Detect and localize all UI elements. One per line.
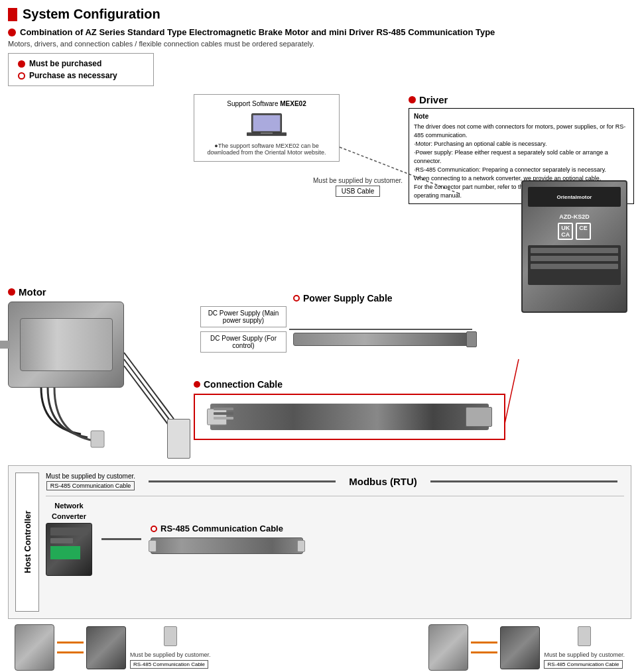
legend-filled-bullet xyxy=(18,60,25,68)
bottom-right-adapter xyxy=(428,624,468,671)
modbus-title: Modbus (RTU) xyxy=(349,476,417,487)
host-content: Must be supplied by customer. RS-485 Com… xyxy=(46,473,624,612)
network-converter-label2: Converter xyxy=(46,512,92,520)
driver-label: Driver xyxy=(419,94,448,105)
power-supply-cable-row: Power Supply Cable xyxy=(293,293,393,304)
usb-cable-label: USB Cable xyxy=(336,186,380,197)
svg-rect-10 xyxy=(91,431,104,447)
bottom-left-device xyxy=(86,626,126,669)
connector-strip-2 xyxy=(531,256,618,261)
bottom-right-unit: Must be supplied by customer. RS-485 Com… xyxy=(428,624,625,671)
svg-line-5 xyxy=(124,366,174,432)
conn-cable-label: Connection Cable xyxy=(204,379,283,390)
bottom-right-device xyxy=(500,626,540,669)
support-software-label: Support Software MEXE02 xyxy=(200,100,334,107)
modbus-row: Must be supplied by customer. RS-485 Com… xyxy=(46,473,624,496)
host-controller-section: Host Controller Must be supplied by cust… xyxy=(8,465,631,619)
network-line xyxy=(101,538,141,540)
psc-bullet xyxy=(293,295,300,302)
ce-cert: CE xyxy=(576,223,591,240)
rs485-label-modbus: Must be supplied by customer. RS-485 Com… xyxy=(46,473,135,490)
motor-section: Motor xyxy=(8,286,124,455)
network-row: Network Converter xyxy=(46,502,624,576)
bottom-left-connector-area: Must be supplied by customer. RS-485 Com… xyxy=(130,626,211,669)
motor-cables xyxy=(28,388,124,455)
wire-3 xyxy=(214,417,233,420)
driver-model: AZD-KS2D xyxy=(559,213,590,220)
page: System Configuration Combination of AZ S… xyxy=(0,0,642,672)
converter-strip2 xyxy=(50,538,73,543)
main-power-label: DC Power Supply (Main power supply) xyxy=(200,306,287,327)
support-software-box: Support Software MEXE02 ●The support sof… xyxy=(194,94,340,162)
driver-connectors xyxy=(528,245,621,285)
diagram-area: Support Software MEXE02 ●The support sof… xyxy=(8,94,634,671)
svg-rect-7 xyxy=(253,115,281,131)
rs485-cable-label: RS-485 Communication Cable xyxy=(46,481,135,490)
support-note: ●The support software MEXE02 can be down… xyxy=(200,142,334,156)
rs485-comm-label-row: RS-485 Communication Cable xyxy=(151,524,303,533)
psc-label: Power Supply Cable xyxy=(303,293,393,304)
converter-image xyxy=(46,523,92,576)
motor-connector-box xyxy=(167,419,190,459)
bottom-left-connector xyxy=(164,626,177,646)
title-block-icon xyxy=(8,8,17,21)
svg-line-3 xyxy=(124,353,174,419)
bottom-section: Must be supplied by customer. RS-485 Com… xyxy=(8,624,631,671)
motor-label: Motor xyxy=(19,286,46,298)
conn-cable-img xyxy=(210,404,489,430)
page-title-row: System Configuration xyxy=(8,7,634,22)
rs485-comm-section: RS-485 Communication Cable xyxy=(151,524,303,554)
legend-must-purchase: Must be purchased xyxy=(18,59,144,68)
host-controller-label: Host Controller xyxy=(15,473,39,612)
bottom-left-adapter xyxy=(15,624,54,671)
svg-rect-9 xyxy=(261,133,273,134)
host-inner: Host Controller Must be supplied by cust… xyxy=(15,473,624,612)
legend-must-purchase-label: Must be purchased xyxy=(29,59,101,68)
orange-wire-1 xyxy=(57,642,84,644)
driver-img-top: Orientalmotor xyxy=(528,187,621,207)
subtext: Motors, drivers, and connection cables /… xyxy=(8,40,634,48)
network-converter: Network Converter xyxy=(46,502,92,576)
rs485-comm-label: RS-485 Communication Cable xyxy=(160,524,283,533)
bottom-right-cable-label-section: Must be supplied by customer. RS-485 Com… xyxy=(544,651,625,669)
bottom-right-supplied: Must be supplied by customer. xyxy=(544,651,625,658)
power-labels: DC Power Supply (Main power supply) DC P… xyxy=(200,306,287,357)
subtitle-text: Combination of AZ Series Standard Type E… xyxy=(20,27,495,37)
legend-empty-bullet xyxy=(18,72,25,80)
bottom-right-connector-area: Must be supplied by customer. RS-485 Com… xyxy=(544,626,625,669)
connection-cable-section: Connection Cable xyxy=(194,379,505,440)
bottom-right-cables xyxy=(471,642,497,653)
driver-bullet xyxy=(409,96,416,103)
driver-note-title: Note xyxy=(414,112,629,121)
converter-details xyxy=(46,524,92,563)
rs485-conn-right xyxy=(297,540,305,552)
modbus-line xyxy=(149,480,336,482)
motor-body xyxy=(20,318,113,371)
conn-cable-bullet xyxy=(194,381,200,388)
bottom-left-supplied: Must be supplied by customer. xyxy=(130,651,211,658)
subtitle-row: Combination of AZ Series Standard Type E… xyxy=(8,27,634,37)
driver-label-row: Driver xyxy=(409,94,634,105)
rs485-supplied-text: Must be supplied by customer. xyxy=(46,473,135,480)
rs485-conn-left xyxy=(149,540,157,552)
wire-2 xyxy=(214,412,233,415)
conn-cable-label-row: Connection Cable xyxy=(194,379,505,390)
power-cable-visual xyxy=(293,333,472,346)
page-title: System Configuration xyxy=(23,7,160,22)
legend-purchase-necessary: Purchase as necessary xyxy=(18,71,144,80)
wire-split xyxy=(214,404,233,420)
subtitle-bullet xyxy=(8,28,16,36)
orange-wire-4 xyxy=(471,651,497,653)
motor-image xyxy=(8,302,124,388)
motor-shaft xyxy=(0,341,10,349)
driver-image: Orientalmotor AZD-KS2D UKCA CE xyxy=(521,180,627,313)
orange-wire-3 xyxy=(471,642,497,644)
network-converter-label1: Network xyxy=(46,502,92,510)
power-cable-connector xyxy=(466,331,477,347)
bottom-right-connector xyxy=(578,626,591,646)
rs485-comm-bullet xyxy=(151,526,157,532)
bottom-left-cables xyxy=(57,642,84,653)
laptop-icon xyxy=(247,110,287,140)
bottom-left-unit: Must be supplied by customer. RS-485 Com… xyxy=(15,624,211,671)
wire-1 xyxy=(214,408,233,410)
